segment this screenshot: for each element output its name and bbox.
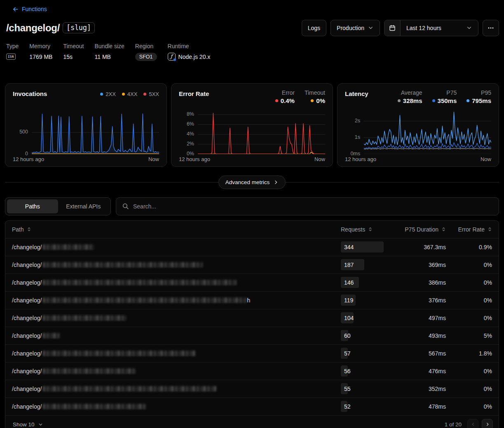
requests-value: 56 bbox=[341, 368, 351, 374]
sort-icon bbox=[368, 227, 373, 232]
stat-label: Timeout bbox=[305, 89, 325, 96]
p75-duration-cell: 497ms bbox=[394, 315, 446, 321]
requests-cell: 119 bbox=[341, 295, 394, 306]
table-row[interactable]: /changelog/55352ms0% bbox=[5, 380, 499, 398]
search-box[interactable] bbox=[116, 197, 499, 215]
table-body: /changelog/344367.3ms0.9%/changelog/1873… bbox=[5, 238, 499, 415]
requests-cell: 146 bbox=[341, 277, 394, 288]
requests-value: 344 bbox=[341, 244, 354, 250]
table-row[interactable]: /changelog/h119376ms0% bbox=[5, 291, 499, 309]
search-input[interactable] bbox=[133, 203, 493, 210]
page-size-select[interactable]: Show 10 bbox=[13, 421, 43, 428]
chart-title: Invocations bbox=[13, 89, 47, 97]
y-tick-label: 0ms bbox=[350, 151, 360, 157]
path-prefix: /changelog/ bbox=[12, 262, 42, 268]
column-header-requests[interactable]: Requests bbox=[341, 226, 373, 233]
y-tick-label: 2% bbox=[187, 141, 194, 147]
chart-stats: Average328msP75350msP95795ms bbox=[398, 89, 491, 104]
table-footer: Show 10 1 of 20 bbox=[5, 415, 499, 428]
table-row[interactable]: /changelog/104497ms0% bbox=[5, 309, 499, 327]
logs-button[interactable]: Logs bbox=[302, 20, 326, 36]
page-info: 1 of 20 bbox=[445, 421, 462, 428]
redacted-path-segment bbox=[43, 262, 203, 267]
error-rate-cell: 5% bbox=[446, 332, 492, 339]
back-to-functions-link[interactable]: Functions bbox=[12, 6, 47, 12]
prev-page-button[interactable] bbox=[467, 419, 478, 428]
requests-bar-wrap: 344 bbox=[341, 241, 384, 253]
stat-dot bbox=[311, 99, 314, 102]
region-badge: SFO1 bbox=[135, 53, 157, 61]
stat-dot bbox=[275, 99, 278, 102]
redacted-path-segment bbox=[43, 315, 127, 320]
column-header-p75-duration[interactable]: P75 Duration bbox=[405, 226, 446, 233]
page-title: /changelog/ [slug] bbox=[6, 22, 95, 34]
table-row[interactable]: /changelog/60493ms5% bbox=[5, 327, 499, 344]
meta-value-timeout: 15s bbox=[63, 53, 84, 61]
x-axis-end-label: Now bbox=[314, 156, 325, 162]
x-axis-start-label: 12 hours ago bbox=[179, 156, 210, 162]
table-row[interactable]: /changelog/56476ms0% bbox=[5, 362, 499, 380]
chevron-down-icon bbox=[368, 25, 374, 31]
meta-label-region: Region bbox=[135, 43, 157, 49]
error-rate-cell: 0% bbox=[446, 368, 492, 374]
x-axis-start-label: 12 hours ago bbox=[13, 156, 44, 162]
meta-label-bundle-size: Bundle size bbox=[94, 43, 124, 49]
table-row[interactable]: /changelog/146386ms0% bbox=[5, 274, 499, 291]
stat-average: Average328ms bbox=[398, 89, 422, 104]
title-row: /changelog/ [slug] Logs Production Last … bbox=[5, 20, 499, 36]
error-rate-value: 0% bbox=[484, 403, 492, 410]
table-row[interactable]: /changelog/187369ms0% bbox=[5, 256, 499, 274]
table-row[interactable]: /changelog/52478ms0% bbox=[5, 398, 499, 415]
y-tick-label: 0 bbox=[25, 151, 28, 157]
stat-number: 350ms bbox=[438, 97, 457, 104]
back-link-label: Functions bbox=[22, 6, 47, 12]
isr-badge: ISR bbox=[6, 54, 16, 60]
next-page-button[interactable] bbox=[482, 419, 493, 428]
tab-paths[interactable]: Paths bbox=[7, 199, 58, 213]
stat-timeout: Timeout0% bbox=[305, 89, 325, 104]
error-rate-cell: 0% bbox=[446, 279, 492, 286]
redacted-path-segment bbox=[43, 351, 196, 356]
requests-cell: 52 bbox=[341, 401, 394, 412]
p75-duration-value: 493ms bbox=[429, 332, 446, 339]
sort-icon bbox=[488, 227, 492, 232]
calendar-icon[interactable] bbox=[384, 20, 401, 36]
requests-cell: 55 bbox=[341, 383, 394, 394]
p75-duration-value: 367.3ms bbox=[424, 244, 446, 250]
header-actions: Logs Production Last 12 hours bbox=[302, 20, 499, 36]
error-rate-value: 1.8% bbox=[479, 350, 492, 357]
y-tick-label: 2s bbox=[355, 118, 360, 124]
error-rate-card: Error Rate Error0.4%Timeout0% 8%6%4%2%0%… bbox=[171, 83, 333, 167]
tab-external-apis[interactable]: External APIs bbox=[58, 199, 109, 213]
advanced-metrics-button[interactable]: Advanced metrics bbox=[218, 175, 286, 189]
time-range-select[interactable]: Last 12 hours bbox=[384, 20, 478, 36]
path-prefix: /changelog/ bbox=[12, 350, 42, 357]
requests-bar-wrap: 57 bbox=[341, 348, 384, 359]
stat-dot bbox=[466, 99, 469, 102]
y-axis: 5000 bbox=[13, 109, 32, 154]
meta-runtime: RuntimeƒNode.js 20.x bbox=[168, 43, 211, 61]
stat-value: 0% bbox=[311, 97, 325, 104]
requests-cell: 344 bbox=[341, 241, 394, 253]
stat-value: 795ms bbox=[466, 97, 491, 104]
chart-area: 5000 bbox=[13, 109, 159, 154]
meta-label-timeout: Timeout bbox=[63, 43, 84, 49]
more-actions-button[interactable] bbox=[483, 20, 499, 36]
ellipsis-icon bbox=[488, 25, 494, 31]
chart-title: Latency bbox=[345, 89, 368, 97]
error-rate-cell: 0% bbox=[446, 297, 492, 304]
path-cell: /changelog/ bbox=[12, 403, 341, 410]
stat-number: 0% bbox=[316, 97, 325, 104]
path-prefix: /changelog/ bbox=[12, 315, 42, 321]
environment-select[interactable]: Production bbox=[331, 20, 380, 36]
stat-p75: P75350ms bbox=[432, 89, 457, 104]
table-row[interactable]: /changelog/344367.3ms0.9% bbox=[5, 238, 499, 256]
p75-duration-cell: 367.3ms bbox=[394, 244, 446, 250]
p75-duration-value: 478ms bbox=[429, 403, 446, 410]
y-tick-label: 500 bbox=[19, 129, 28, 135]
table-row[interactable]: /changelog/57567ms1.8% bbox=[5, 344, 499, 362]
redacted-path-segment bbox=[43, 297, 247, 303]
error-rate-cell: 0% bbox=[446, 403, 492, 410]
column-header-error-rate[interactable]: Error Rate bbox=[458, 226, 492, 233]
column-header-path[interactable]: Path bbox=[12, 226, 31, 233]
